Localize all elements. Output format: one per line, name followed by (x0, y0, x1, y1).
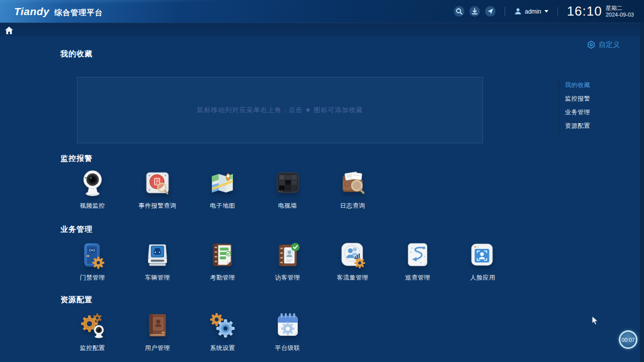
clock-weekday: 星期二 (606, 5, 634, 12)
send-icon (487, 8, 494, 15)
app-face-application[interactable]: 人脸应用 (450, 241, 515, 282)
app-label: 门禁管理 (80, 274, 105, 282)
quick-nav: 我的收藏 监控报警 业务管理 资源配置 (558, 79, 590, 134)
monitor-app-row: 视频监控 事件报警查询 (60, 169, 385, 210)
app-system-settings[interactable]: 系统设置 (190, 311, 255, 352)
platform-cascade-icon (274, 311, 302, 339)
user-icon (514, 8, 522, 15)
system-gears-icon (208, 311, 236, 339)
vehicle-icon (143, 241, 172, 269)
header-controls: admin 16:10 星期二 2024-09-03 (454, 4, 644, 19)
customize-gear-icon (587, 41, 595, 49)
chevron-down-icon (544, 10, 548, 13)
user-menu[interactable]: admin (514, 8, 548, 15)
favorites-hint: 鼠标移动到对应菜单右上角，点击 ★ 图标可添加收藏 (197, 106, 363, 115)
section-title-resource: 资源配置 (60, 295, 93, 305)
resource-app-row: 监控配置 用户管理 (60, 311, 320, 352)
desktop: Tiandy 综合管理平台 admin 16:10 星 (0, 0, 644, 362)
app-label: 巡查管理 (405, 274, 430, 282)
app-passenger-flow[interactable]: 客流量管理 (320, 241, 385, 282)
app-label: 视频监控 (80, 202, 105, 210)
app-vehicle-management[interactable]: 车辆管理 (125, 241, 190, 282)
section-title-business: 业务管理 (60, 225, 93, 234)
quick-nav-business[interactable]: 业务管理 (558, 107, 590, 120)
app-label: 平台级联 (275, 344, 300, 352)
app-platform-cascade[interactable]: 平台级联 (255, 311, 320, 352)
app-label: 事件报警查询 (138, 202, 176, 210)
download-icon (471, 8, 478, 15)
home-icon (5, 27, 13, 34)
tv-wall-icon (274, 169, 302, 197)
quick-nav-monitor[interactable]: 监控报警 (558, 93, 590, 107)
log-search-icon (339, 169, 367, 197)
passenger-flow-icon (339, 241, 367, 269)
header-divider (557, 7, 558, 16)
app-label: 人脸应用 (470, 274, 495, 282)
favorites-panel: 鼠标移动到对应菜单右上角，点击 ★ 图标可添加收藏 (77, 77, 483, 143)
quick-nav-resource[interactable]: 资源配置 (558, 120, 590, 134)
app-event-alarm-query[interactable]: 事件报警查询 (125, 169, 190, 210)
top-bar: Tiandy 综合管理平台 admin 16:10 星 (0, 0, 644, 23)
app-video-surveillance[interactable]: 视频监控 (60, 169, 125, 210)
section-title-favorites: 我的收藏 (60, 49, 93, 59)
section-title-monitor: 监控报警 (60, 154, 93, 163)
tab-strip (0, 23, 644, 36)
door-access-icon (78, 241, 107, 269)
webcam-icon (78, 169, 107, 197)
map-icon (208, 169, 236, 197)
search-button[interactable] (454, 6, 464, 17)
app-visitor-management[interactable]: 访客管理 (255, 241, 320, 282)
app-electronic-map[interactable]: 电子地图 (190, 169, 255, 210)
attendance-icon (208, 241, 236, 269)
search-icon (456, 8, 462, 15)
app-label: 监控配置 (80, 344, 105, 352)
quick-nav-dot (557, 83, 560, 86)
monitor-config-icon (78, 311, 107, 339)
app-log-query[interactable]: 日志查询 (320, 169, 385, 210)
app-tv-wall[interactable]: 电视墙 (255, 169, 320, 210)
home-tab[interactable] (4, 25, 14, 35)
app-user-management[interactable]: 用户管理 (125, 311, 190, 352)
app-attendance[interactable]: 考勤管理 (190, 241, 255, 282)
user-name: admin (525, 8, 541, 15)
customize-button[interactable]: 自定义 (587, 40, 620, 49)
brand: Tiandy 综合管理平台 (0, 6, 103, 18)
alarm-query-icon (143, 169, 172, 197)
scrollbar-track[interactable] (640, 23, 644, 362)
quick-nav-favorites[interactable]: 我的收藏 (558, 79, 590, 93)
face-app-icon (468, 241, 497, 269)
app-label: 访客管理 (275, 274, 300, 282)
app-label: 客流量管理 (337, 274, 369, 282)
timer-value: 00:07 (621, 337, 634, 343)
app-patrol-management[interactable]: 巡查管理 (385, 241, 450, 282)
send-button[interactable] (485, 6, 496, 17)
app-label: 电视墙 (278, 202, 297, 210)
header-divider (505, 7, 505, 16)
timer-badge[interactable]: 00:07 (619, 330, 637, 349)
app-label: 电子地图 (210, 202, 235, 210)
visitor-icon (274, 241, 302, 269)
user-book-icon (143, 311, 172, 339)
app-monitor-config[interactable]: 监控配置 (60, 311, 125, 352)
mouse-cursor (592, 316, 599, 327)
app-label: 用户管理 (145, 344, 170, 352)
clock: 16:10 星期二 2024-09-03 (567, 4, 638, 19)
app-access-control[interactable]: 门禁管理 (60, 241, 125, 282)
clock-date: 2024-09-03 (606, 12, 634, 18)
app-label: 车辆管理 (145, 274, 170, 282)
app-label: 日志查询 (340, 202, 365, 210)
download-button[interactable] (469, 6, 480, 17)
app-label: 考勤管理 (210, 274, 235, 282)
business-app-row: 门禁管理 车辆管理 (60, 241, 515, 282)
customize-label: 自定义 (599, 40, 620, 49)
app-label: 系统设置 (210, 344, 235, 352)
patrol-icon (404, 241, 432, 269)
platform-title: 综合管理平台 (54, 8, 103, 18)
brand-logo: Tiandy (14, 6, 49, 18)
clock-time: 16:10 (567, 4, 602, 19)
